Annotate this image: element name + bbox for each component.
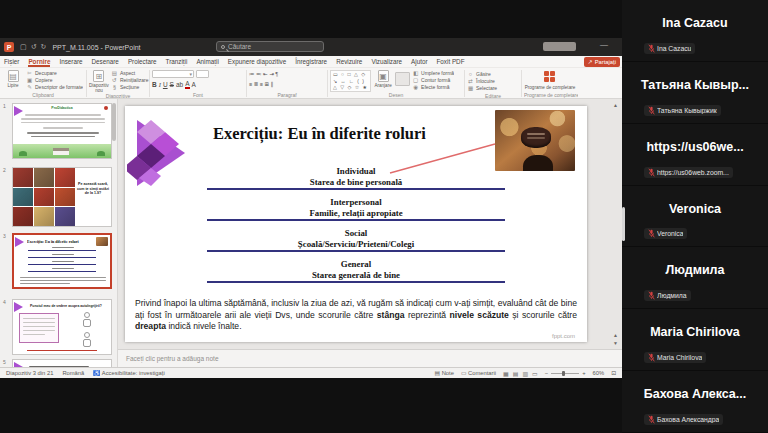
participant-video-tile[interactable]: Maria Chirilova Maria Chirilova (622, 309, 768, 371)
font-format-button-0[interactable]: B (152, 80, 157, 89)
save-icon[interactable]: ▢ (20, 43, 27, 51)
view-icon-3[interactable]: ▭ (532, 370, 538, 377)
tab-ajutor[interactable]: Ajutor (411, 56, 427, 67)
zoom-slider-thumb[interactable] (562, 371, 565, 376)
font-format-button-1[interactable]: I (159, 80, 161, 89)
thumb4-title: Punctul meu de vedere asupra autoîngriji… (25, 304, 107, 308)
arrange-button[interactable]: ▣ Aranjare (373, 70, 393, 88)
search-icon (221, 45, 225, 49)
ribbon-item-găsire[interactable]: ○Găsire (467, 71, 519, 78)
thumb-number: 1 (3, 103, 6, 109)
glyph-row[interactable]: ≔ ≕ ⇤ ⇥ ¶ (249, 70, 325, 79)
participant-video-tile[interactable]: Людмила Людмила (622, 247, 768, 309)
search-input[interactable]: Căutare (216, 41, 324, 52)
zoom-slider[interactable] (551, 373, 579, 374)
ribbon-item-contur-formă[interactable]: ▢Contur formă (412, 77, 454, 84)
thumb4-quote-box (19, 313, 59, 343)
tab-revizuire[interactable]: Revizuire (336, 56, 362, 67)
participant-video-tile[interactable]: Татьяна Кывыр... Татьяна Кывыржик (622, 62, 768, 124)
tab-tranzi-ii[interactable]: Tranziții (166, 56, 188, 67)
notes-placeholder: Faceți clic pentru a adăuga note (126, 355, 219, 362)
tab-expunere-diapozitive[interactable]: Expunere diapozitive (228, 56, 286, 67)
ribbon-item-efecte-formă[interactable]: ◉Efecte formă (412, 84, 454, 91)
addins-button[interactable]: Programe de completare (524, 70, 576, 90)
participant-video-tile[interactable]: Бахова Алекса... Бахова Александра (622, 371, 768, 433)
view-icon-0[interactable]: ▦ (503, 370, 509, 377)
slide-thumbnail-4[interactable]: Punctul meu de vedere asupra autoîngriji… (12, 299, 112, 355)
tab-desenare[interactable]: Desenare (92, 56, 119, 67)
shapes-gallery[interactable]: ▭ ○ □ △ ◇↘ ↔ ∟ ( )△ ▽ ◇ ☆ ★ (330, 70, 371, 92)
tab-foxit-pdf[interactable]: Foxit PDF (437, 56, 465, 67)
zoom-out-icon[interactable]: − (545, 370, 548, 376)
meeting-overlay-control[interactable] (543, 42, 576, 51)
view-icon-1[interactable]: ▤ (513, 370, 519, 377)
minimize-button[interactable]: — (600, 40, 608, 49)
undo-icon[interactable]: ↺ (31, 43, 37, 51)
font-format-button-6[interactable]: A (192, 80, 196, 89)
slide-section: Interpersonal Familie, relații apropiate (125, 197, 587, 221)
mario-cell-2 (55, 168, 75, 187)
font-format-button-4[interactable]: ab (176, 80, 183, 89)
fit-to-window-icon[interactable]: ⊡ (611, 370, 616, 376)
language-indicator[interactable]: Română (62, 370, 84, 376)
ribbon-tab-bar: FișierPornireInserareDesenareProiectareT… (0, 56, 622, 68)
tab-inserare[interactable]: Inserare (59, 56, 82, 67)
hand-cookie-photo (495, 110, 575, 171)
deco-triangle-icon (14, 302, 23, 312)
ribbon-item-selectare[interactable]: ▦Selectare (467, 85, 519, 92)
tab-pornire[interactable]: Pornire (28, 56, 50, 67)
tab-anima-ii[interactable]: Animații (196, 56, 218, 67)
ribbon-item-umplere-formă[interactable]: ◧Umplere formă (412, 70, 454, 77)
tab-vizualizare[interactable]: Vizualizare (371, 56, 402, 67)
scroll-up-icon[interactable]: ▲ (613, 102, 618, 108)
comments-toggle[interactable]: ▭ Comentarii (461, 370, 496, 376)
font-name-select[interactable] (152, 70, 194, 78)
ribbon-item-copiere[interactable]: ▣Copiere (26, 77, 83, 84)
muted-mic-icon (648, 168, 655, 177)
tab-fi-ier[interactable]: Fișier (4, 56, 19, 67)
font-format-button-3[interactable]: S (170, 80, 174, 89)
ribbon-item-decupare[interactable]: ✂Decupare (26, 70, 83, 77)
font-format-button-2[interactable]: U (163, 80, 168, 89)
participant-video-tile[interactable]: Ina Cazacu Ina Cazacu (622, 0, 768, 62)
slide-thumbnail-3-selected[interactable]: Exercițiu: Eu în diferite roluri (12, 233, 112, 289)
participant-name-badge: Людмила (644, 290, 691, 301)
ribbon-item-înlocuire[interactable]: ⇄Înlocuire (467, 78, 519, 85)
font-format-button-5[interactable]: A (185, 80, 189, 89)
slide-thumbnail-2[interactable]: Pe această scară, cum te simți astăzi de… (12, 167, 112, 227)
quick-styles-button[interactable] (395, 72, 410, 86)
slide-thumbnail-5[interactable] (12, 359, 112, 367)
notes-toggle[interactable]: ▤ Note (435, 370, 454, 376)
paste-button[interactable]: ▤ Lipire (2, 70, 24, 88)
ribbon-item-aspect[interactable]: ▤Aspect (111, 70, 149, 77)
glyph-row[interactable]: △ ▽ ◇ ☆ ★ (333, 84, 368, 91)
view-icon-2[interactable]: ▥ (522, 370, 528, 377)
font-size-select[interactable] (196, 70, 209, 78)
zoom-percent[interactable]: 60% (593, 370, 605, 376)
slide-canvas[interactable]: Exercițiu: Eu în diferite roluri Individ… (125, 106, 587, 342)
slide-thumbnail-1[interactable]: ProDidactica (12, 103, 112, 159)
participant-video-tile[interactable]: Veronica Veronica (622, 186, 768, 248)
redo-icon[interactable]: ↻ (41, 43, 47, 51)
participant-video-tile[interactable]: https://us06we... https://us06web.zoom..… (622, 124, 768, 186)
zoom-control[interactable]: − + (545, 370, 586, 376)
view-switcher[interactable]: ▦▤▥▭ (503, 370, 538, 377)
thumbnail-scrollbar[interactable] (112, 103, 116, 141)
zoom-in-icon[interactable]: + (582, 370, 585, 376)
slide-scrollbar[interactable]: ▲ ▲ ▼ (611, 102, 620, 346)
ribbon-item-descriptor-de-formate[interactable]: ✎Descriptor de formate (26, 84, 83, 91)
previous-slide-icon[interactable]: ▲ (613, 332, 618, 338)
ribbon-item-reinițializare[interactable]: ↺Reinițializare (111, 77, 149, 84)
notes-pane[interactable]: Faceți clic pentru a adăuga note (118, 349, 622, 367)
tab-proiectare[interactable]: Proiectare (128, 56, 157, 67)
ribbon-item-secțiune[interactable]: §Secțiune (111, 84, 149, 91)
accessibility-indicator[interactable]: ♿ Accesibilitate: investigați (93, 370, 164, 376)
sidebar-scroll-handle[interactable] (622, 207, 625, 241)
new-slide-button[interactable]: ⊞ Diapozitiv nou (89, 70, 109, 93)
share-button[interactable]: ↗ Partajați (584, 57, 620, 67)
next-slide-icon[interactable]: ▼ (613, 340, 618, 346)
muted-mic-icon (648, 229, 655, 238)
ribbon-item-înlocuire-icon: ⇄ (467, 78, 474, 85)
tab--nregistrare[interactable]: Înregistrare (295, 56, 327, 67)
glyph-row[interactable]: ≡ ≣ ≡ ⊞ ∥ (249, 80, 325, 89)
